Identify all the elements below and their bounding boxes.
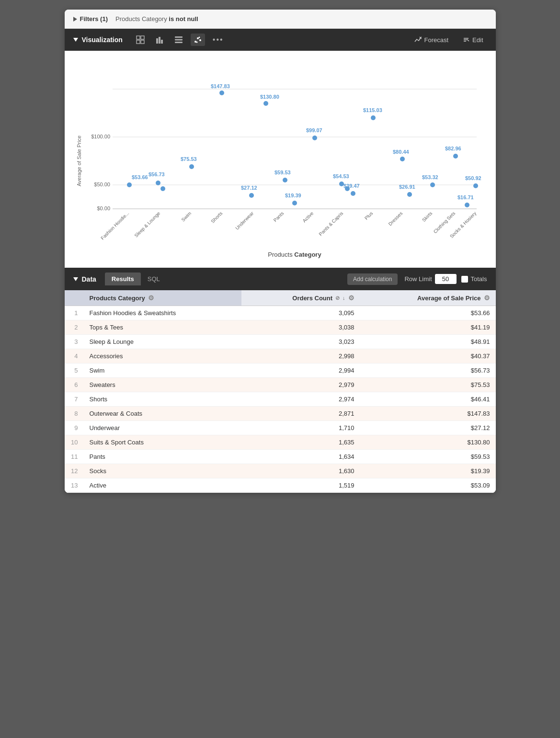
scatter-chart-button[interactable] (191, 34, 205, 46)
table-row: 12 Socks 1,630 $19.39 (65, 464, 496, 478)
cell-avg-price: $46.41 (360, 392, 496, 407)
table-row: 10 Suits & Sport Coats 1,635 $130.80 (65, 435, 496, 450)
totals-label: Totals (461, 275, 487, 283)
svg-text:$82.96: $82.96 (445, 146, 461, 151)
dot-plus[interactable] (371, 115, 376, 120)
x-axis-label: Products Category (268, 251, 321, 258)
svg-text:$115.03: $115.03 (363, 107, 382, 113)
svg-text:Pants & Capris: Pants & Capris (318, 211, 344, 237)
dot-shorts[interactable] (219, 91, 224, 95)
orders-sort-icon[interactable]: ↓ (343, 295, 345, 301)
viz-icons-group: ••• (133, 34, 265, 46)
cell-orders-count: 3,038 (241, 320, 360, 335)
svg-text:Sleep & Lounge: Sleep & Lounge (133, 210, 161, 238)
svg-text:$16.71: $16.71 (457, 194, 474, 200)
svg-text:$100.00: $100.00 (91, 134, 110, 139)
table-row: 5 Swim 2,994 $56.73 (65, 363, 496, 378)
cell-category: Sleep & Lounge (84, 335, 242, 349)
results-table: Products Category ⚙ Orders Count ⊘ ↓ ⚙ (65, 290, 496, 493)
svg-text:$75.53: $75.53 (181, 156, 197, 162)
dot-skirts[interactable] (430, 182, 435, 187)
dot-39[interactable] (351, 191, 355, 196)
svg-text:$53.32: $53.32 (422, 174, 438, 180)
price-settings-icon[interactable]: ⚙ (484, 294, 490, 302)
cell-category: Active (84, 478, 242, 493)
cell-category: Sweaters (84, 378, 242, 392)
svg-rect-6 (161, 40, 163, 44)
totals-checkbox[interactable] (461, 276, 468, 283)
svg-text:$59.53: $59.53 (274, 170, 291, 175)
dot-swim[interactable] (189, 164, 194, 169)
svg-text:Fashion Hoodie...: Fashion Hoodie... (100, 211, 130, 241)
cell-category: Suits & Sport Coats (84, 435, 242, 450)
bar-chart-button[interactable] (152, 34, 167, 46)
category-settings-icon[interactable]: ⚙ (148, 294, 154, 302)
svg-rect-9 (175, 42, 183, 43)
dot-clothing-sets[interactable] (453, 154, 458, 159)
dot-26[interactable] (407, 192, 412, 197)
dot-suits[interactable] (263, 101, 268, 106)
cell-row-num: 5 (65, 363, 84, 378)
svg-text:$50.92: $50.92 (465, 175, 481, 181)
filters-label[interactable]: Filters (1) (73, 15, 108, 23)
table-view-button[interactable] (133, 34, 148, 46)
dot-sleep-lounge-2[interactable] (160, 186, 165, 191)
cell-category: Swim (84, 363, 242, 378)
cell-avg-price: $27.12 (360, 421, 496, 435)
th-avg-sale-price: Average of Sale Price ⚙ (360, 290, 496, 306)
chart-area: Average of Sale Price $100.00 $50.00 $0.… (65, 51, 496, 268)
cell-avg-price: $56.73 (360, 363, 496, 378)
dot-dresses-1[interactable] (400, 157, 405, 161)
cell-orders-count: 3,023 (241, 335, 360, 349)
sql-tab[interactable]: SQL (141, 272, 167, 285)
forecast-button[interactable]: Forecast (410, 34, 453, 45)
table-row: 4 Accessories 2,998 $40.37 (65, 349, 496, 363)
dot-pants[interactable] (283, 178, 287, 182)
cell-avg-price: $75.53 (360, 378, 496, 392)
dot-fashion-hoodies[interactable] (127, 182, 132, 187)
svg-line-20 (467, 39, 469, 41)
orders-settings-icon[interactable]: ⚙ (348, 294, 354, 302)
cell-category: Tops & Tees (84, 320, 242, 335)
svg-text:$147.83: $147.83 (211, 83, 230, 89)
svg-rect-4 (156, 38, 158, 44)
table-row: 2 Tops & Tees 3,038 $41.19 (65, 320, 496, 335)
table-row: 11 Pants 1,634 $59.53 (65, 450, 496, 464)
svg-text:$27.12: $27.12 (241, 185, 257, 191)
cell-row-num: 13 (65, 478, 84, 493)
cell-orders-count: 2,994 (241, 363, 360, 378)
viz-triangle-icon (73, 38, 78, 42)
results-tab[interactable]: Results (105, 272, 141, 285)
cell-category: Fashion Hoodies & Sweatshirts (84, 306, 242, 320)
main-card: Filters (1) Products Category is not nul… (65, 10, 496, 493)
cell-category: Underwear (84, 421, 242, 435)
svg-text:Pants: Pants (272, 211, 285, 223)
edit-button[interactable]: Edit (459, 34, 487, 45)
cell-row-num: 2 (65, 320, 84, 335)
add-calculation-button[interactable]: Add calculation (347, 273, 398, 285)
svg-text:Active: Active (301, 210, 314, 223)
cell-avg-price: $53.66 (360, 306, 496, 320)
data-title-label: Data (82, 275, 96, 283)
table-row: 6 Sweaters 2,979 $75.53 (65, 378, 496, 392)
orders-filter-icon[interactable]: ⊘ (335, 295, 340, 301)
cell-avg-price: $41.19 (360, 320, 496, 335)
more-options-button[interactable]: ••• (210, 34, 227, 46)
dot-sleep-lounge-1[interactable] (156, 181, 160, 185)
cell-orders-count: 3,095 (241, 306, 360, 320)
dot-underwear[interactable] (249, 193, 254, 198)
svg-text:$39.47: $39.47 (343, 183, 360, 189)
svg-text:$53.66: $53.66 (132, 174, 148, 180)
cell-avg-price: $130.80 (360, 435, 496, 450)
row-limit-input[interactable] (435, 274, 457, 284)
cell-row-num: 3 (65, 335, 84, 349)
cell-row-num: 11 (65, 450, 84, 464)
edit-label: Edit (472, 36, 483, 44)
list-view-button[interactable] (171, 34, 186, 46)
dot-socks[interactable] (292, 201, 297, 205)
dot-active[interactable] (312, 136, 317, 140)
dot-socks-hosiery[interactable] (473, 183, 478, 188)
dot-16[interactable] (465, 203, 469, 207)
filters-text: Filters (1) (80, 15, 108, 23)
cell-orders-count: 2,979 (241, 378, 360, 392)
